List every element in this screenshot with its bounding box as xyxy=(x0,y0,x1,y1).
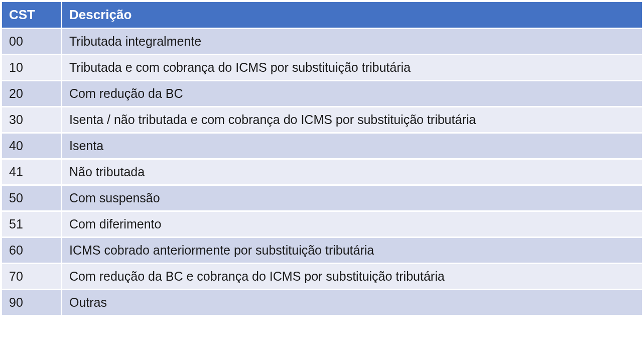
cell-cst: 41 xyxy=(2,160,62,186)
cell-cst: 90 xyxy=(2,290,62,316)
cell-cst: 20 xyxy=(2,81,62,107)
cell-descricao: Isenta xyxy=(62,134,642,160)
table-row: 60 ICMS cobrado anteriormente por substi… xyxy=(2,238,642,264)
cell-cst: 50 xyxy=(2,186,62,212)
cell-descricao: Isenta / não tributada e com cobrança do… xyxy=(62,107,642,134)
cell-descricao: Com diferimento xyxy=(62,212,642,238)
cell-cst: 40 xyxy=(2,134,62,160)
table-row: 70 Com redução da BC e cobrança do ICMS … xyxy=(2,264,642,290)
header-descricao: Descrição xyxy=(62,2,642,29)
cell-cst: 60 xyxy=(2,238,62,264)
table-row: 40 Isenta xyxy=(2,134,642,160)
cell-descricao: Com redução da BC xyxy=(62,81,642,107)
table-row: 51 Com diferimento xyxy=(2,212,642,238)
cell-descricao: Com suspensão xyxy=(62,186,642,212)
table-header-row: CST Descrição xyxy=(2,2,642,29)
cst-table: CST Descrição 00 Tributada integralmente… xyxy=(2,2,642,316)
cell-cst: 70 xyxy=(2,264,62,290)
table-row: 20 Com redução da BC xyxy=(2,81,642,107)
table-row: 90 Outras xyxy=(2,290,642,316)
table-row: 00 Tributada integralmente xyxy=(2,29,642,55)
cell-descricao: Tributada e com cobrança do ICMS por sub… xyxy=(62,55,642,81)
cell-cst: 00 xyxy=(2,29,62,55)
table-row: 10 Tributada e com cobrança do ICMS por … xyxy=(2,55,642,81)
cell-descricao: Outras xyxy=(62,290,642,316)
cell-descricao: ICMS cobrado anteriormente por substitui… xyxy=(62,238,642,264)
cell-cst: 51 xyxy=(2,212,62,238)
cell-cst: 30 xyxy=(2,107,62,134)
header-cst: CST xyxy=(2,2,62,29)
cell-descricao: Tributada integralmente xyxy=(62,29,642,55)
table-row: 41 Não tributada xyxy=(2,160,642,186)
table-row: 50 Com suspensão xyxy=(2,186,642,212)
table-row: 30 Isenta / não tributada e com cobrança… xyxy=(2,107,642,134)
cell-descricao: Com redução da BC e cobrança do ICMS por… xyxy=(62,264,642,290)
table-body: 00 Tributada integralmente 10 Tributada … xyxy=(2,29,642,316)
cell-cst: 10 xyxy=(2,55,62,81)
cell-descricao: Não tributada xyxy=(62,160,642,186)
